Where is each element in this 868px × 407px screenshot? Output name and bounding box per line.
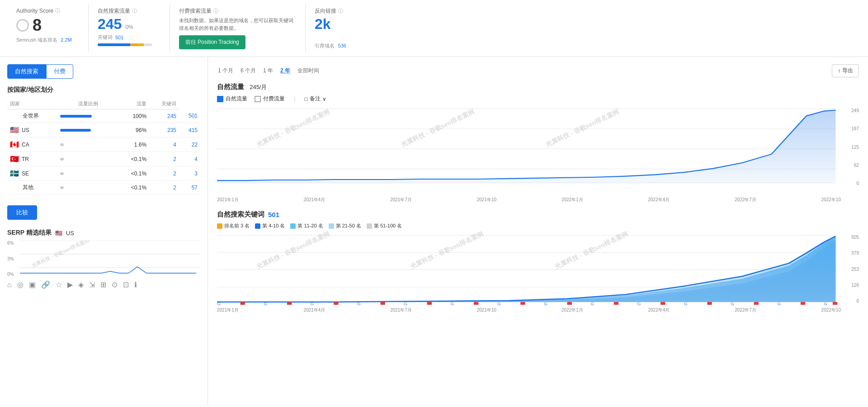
svg-rect-41 <box>660 302 665 305</box>
icon-arrow[interactable]: ⇲ <box>89 280 95 289</box>
svg-text:G: G <box>450 302 454 305</box>
serp-title: SERP 精选结果 <box>7 229 52 237</box>
backlinks-info-icon[interactable]: ⓘ <box>338 8 343 14</box>
svg-text:G: G <box>777 302 781 305</box>
svg-marker-8 <box>217 110 835 183</box>
svg-text:G: G <box>404 302 407 305</box>
backlinks-label: 反向链接 ⓘ <box>315 7 378 15</box>
tab-organic[interactable]: 自然搜索 <box>7 64 46 79</box>
table-row: 其他 <0.1% 2 57 <box>7 181 200 194</box>
icon-circle-play[interactable]: ⊙ <box>112 280 118 289</box>
traffic-ratio-bar-cell <box>57 181 118 194</box>
traffic-legend: 自然流量 付费流量 | □ 备注 ∨ <box>217 95 859 103</box>
kw-legend-51-100[interactable]: 第 51-100 名 <box>367 222 402 229</box>
icon-info2[interactable]: ℹ <box>134 280 137 289</box>
paid-traffic-section: 付费搜索流量 ⓘ 未找到数据。如果这是您的域名，您可以获取关键词排名相关的所有必… <box>170 5 306 52</box>
traffic-chart-svg <box>217 106 859 188</box>
kw-legend-21-50[interactable]: 第 21-50 名 <box>329 222 361 229</box>
flag-US: 🇺🇸 <box>10 126 19 134</box>
kw-dot-11-20 <box>290 223 296 229</box>
time-6months[interactable]: 6 个月 <box>240 66 257 76</box>
icon-link[interactable]: 🔗 <box>41 280 50 289</box>
legend-paid-dot <box>255 96 261 102</box>
backlinks-section: 反向链接 ⓘ 2k 引荐域名 536 <box>306 5 387 52</box>
col-country: 国家 <box>7 99 57 109</box>
mini-bar <box>60 115 92 118</box>
icon-play[interactable]: ▶ <box>67 280 73 289</box>
bottom-icons-row: ⌂ ◎ ▣ 🔗 ☆ ▶ ◈ ⇲ ⊞ ⊙ ⊡ ℹ <box>7 280 200 289</box>
country-name-text: TR <box>22 156 29 162</box>
traffic-chart-container: 光算科技 - 谷歌seo排名案例 光算科技 - 谷歌seo排名案例 光算科技 -… <box>217 106 859 188</box>
serp-chart: 6% 3% 0% 光算科技 - 谷歌seo排名案例 <box>7 241 200 277</box>
paid-traffic-label: 付费搜索流量 ⓘ <box>179 7 296 15</box>
traffic-ratio-cell: <0.1% <box>118 152 149 166</box>
icon-doc[interactable]: ▣ <box>29 280 36 289</box>
kw-legend-11-20[interactable]: 第 11-20 名 <box>290 222 323 229</box>
legend-organic[interactable]: 自然流量 <box>217 95 247 103</box>
kw-dot-51-100 <box>367 223 372 229</box>
svg-rect-35 <box>380 302 385 305</box>
keywords-cell[interactable]: 57 <box>179 181 200 194</box>
kw-dot-21-50 <box>329 223 334 229</box>
export-button[interactable]: ↑ 导出 <box>832 64 859 77</box>
position-tracking-button[interactable]: 前往 Position Tracking <box>179 35 245 49</box>
tab-paid[interactable]: 付费 <box>46 64 73 79</box>
serp-section: SERP 精选结果 🇺🇸 US 6% 3% 0% <box>7 229 200 289</box>
country-name-cell: 🇹🇷 TR <box>7 152 57 166</box>
svg-text:G: G <box>357 302 361 305</box>
icon-location[interactable]: ◎ <box>17 280 24 289</box>
time-1month[interactable]: 1 个月 <box>217 66 234 76</box>
keywords-cell[interactable]: 22 <box>179 137 200 152</box>
country-section-title: 按国家/地区划分 <box>7 86 200 94</box>
traffic-chart-title: 自然流量 245/月 <box>217 83 859 91</box>
legend-paid[interactable]: 付费流量 <box>255 95 285 103</box>
traffic-xaxis: 2021年1月 2021年4月 2021年7月 2021年10 2022年1月 … <box>217 197 859 203</box>
header-bar: Authority Score ⓘ 8 Semrush 域名排名 2.2M 自然… <box>0 0 868 57</box>
country-table: 国家 流量比例 流量 关键词 全世界 100% 245 <box>7 99 200 194</box>
country-name-cell: 🇺🇸 US <box>7 123 57 137</box>
time-1year[interactable]: 1 年 <box>262 66 274 76</box>
referring-domains-value[interactable]: 536 <box>338 43 346 48</box>
paid-traffic-info-icon[interactable]: ⓘ <box>213 8 218 14</box>
kw-legend-4-10[interactable]: 第 4-10 名 <box>255 222 285 229</box>
referring-domains-label: 引荐域名 <box>315 43 335 48</box>
time-filter-row: 1 个月 6 个月 1 年 2 年 全部时间 ↑ 导出 <box>217 64 859 77</box>
traffic-cell[interactable]: 2 <box>149 152 179 166</box>
backlinks-value: 2k <box>315 16 331 32</box>
traffic-cell[interactable]: 2 <box>149 181 179 194</box>
compare-button[interactable]: 比较 <box>7 205 37 220</box>
svg-text:G: G <box>264 302 267 305</box>
authority-score-value: 8 <box>33 16 42 35</box>
svg-text:G: G <box>731 302 734 305</box>
icon-shield[interactable]: ◈ <box>78 280 84 289</box>
organic-traffic-info-icon[interactable]: ⓘ <box>132 8 137 14</box>
keywords-xaxis: 2021年1月 2021年4月 2021年7月 2021年10 2022年1月 … <box>217 307 859 313</box>
time-2years[interactable]: 2 年 <box>279 66 291 76</box>
traffic-cell[interactable]: 2 <box>149 166 179 181</box>
table-row: 🇸🇪 SE <0.1% 2 3 <box>7 166 200 181</box>
keywords-yaxis: 505 379 253 126 0 <box>843 233 859 305</box>
note-button[interactable]: □ 备注 ∨ <box>304 95 326 103</box>
icon-img[interactable]: ⊞ <box>100 280 106 289</box>
keywords-cell[interactable]: 3 <box>179 166 200 181</box>
traffic-yaxis: 249 187 125 62 0 <box>843 106 859 188</box>
keywords-cell[interactable]: 415 <box>179 123 200 137</box>
icon-home[interactable]: ⌂ <box>7 281 12 289</box>
authority-score-info-icon[interactable]: ⓘ <box>55 7 60 14</box>
keywords-value[interactable]: 501 <box>115 35 123 40</box>
traffic-ratio-bar-cell <box>57 152 118 166</box>
icon-star[interactable]: ☆ <box>56 280 62 289</box>
traffic-cell[interactable]: 235 <box>149 123 179 137</box>
icon-chat[interactable]: ⊡ <box>123 280 129 289</box>
traffic-ratio-cell: 96% <box>118 123 149 137</box>
table-row: 🇹🇷 TR <0.1% 2 4 <box>7 152 200 166</box>
kw-legend-top3[interactable]: 排名前 3 名 <box>217 222 250 229</box>
time-all[interactable]: 全部时间 <box>297 66 320 76</box>
traffic-cell[interactable]: 4 <box>149 137 179 152</box>
traffic-ratio-cell: 100% <box>118 109 149 123</box>
country-name-cell: 其他 <box>7 181 57 194</box>
keywords-chart-count: 501 <box>268 211 279 218</box>
mini-bar <box>60 186 64 189</box>
keywords-cell[interactable]: 4 <box>179 152 200 166</box>
svg-rect-43 <box>754 302 759 305</box>
